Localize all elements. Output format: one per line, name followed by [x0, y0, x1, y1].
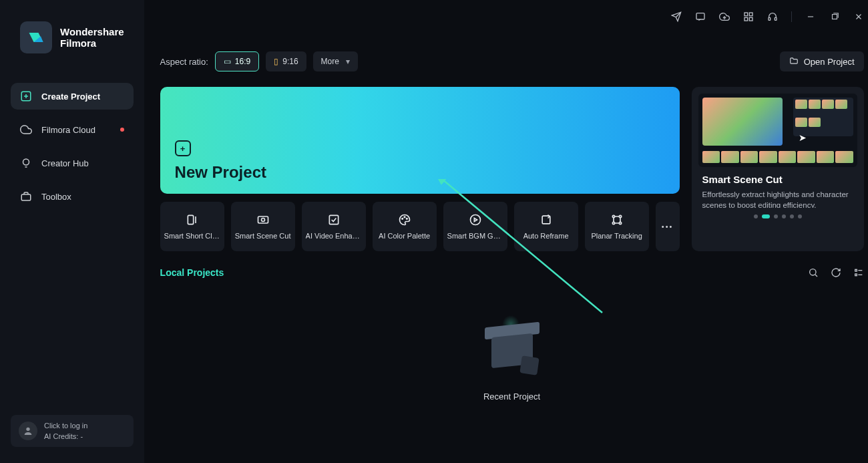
feature-tiles: Smart Short Cli… Smart Scene Cut AI Vide… — [160, 202, 680, 251]
plus-square-icon — [20, 90, 32, 102]
svg-rect-14 — [749, 17, 752, 21]
maximize-icon[interactable] — [829, 11, 840, 22]
notification-dot-icon — [120, 128, 124, 132]
list-view-icon[interactable] — [853, 267, 864, 278]
tile-planar-tracking[interactable]: Planar Tracking — [585, 202, 649, 251]
login-prompt: Click to log in — [44, 422, 87, 430]
tile-smart-short-clip[interactable]: Smart Short Cli… — [160, 202, 224, 251]
svg-rect-21 — [188, 215, 193, 224]
svg-point-31 — [619, 215, 621, 217]
feature-panel[interactable]: New ➤ Smart Scene Cut Effortlessly extra… — [692, 87, 864, 251]
app-logo-block: Wondershare Filmora — [0, 0, 144, 71]
tile-more[interactable]: ••• — [656, 202, 680, 251]
svg-line-35 — [815, 275, 817, 277]
svg-rect-24 — [329, 215, 338, 224]
toolbox-icon — [20, 190, 32, 202]
svg-point-25 — [401, 218, 403, 220]
svg-rect-36 — [855, 269, 857, 271]
aspect-9-16-button[interactable]: ▯ 9:16 — [266, 51, 306, 71]
login-card[interactable]: Click to log in AI Credits: - — [11, 415, 134, 447]
landscape-icon: ▭ — [224, 57, 231, 66]
svg-point-28 — [470, 215, 480, 225]
aspect-more-button[interactable]: More ▾ — [313, 51, 358, 71]
search-icon[interactable] — [808, 267, 819, 278]
headset-icon[interactable] — [767, 11, 778, 22]
tile-smart-scene-cut[interactable]: Smart Scene Cut — [231, 202, 295, 251]
tile-smart-bgm[interactable]: Smart BGM Ge… — [443, 202, 507, 251]
feature-pager[interactable] — [698, 214, 857, 218]
projects-header: Local Projects — [160, 267, 864, 278]
titlebar — [160, 0, 864, 27]
sidebar: Wondershare Filmora Create Project Filmo… — [0, 0, 144, 463]
recent-project-label: Recent Project — [483, 392, 540, 402]
main-area: Aspect ratio: ▭ 16:9 ▯ 9:16 More ▾ Open … — [144, 0, 868, 463]
svg-point-33 — [619, 222, 621, 224]
sidebar-item-creator-hub[interactable]: Creator Hub — [11, 150, 134, 176]
svg-rect-18 — [832, 15, 837, 19]
empty-box-icon — [482, 318, 542, 378]
sidebar-item-toolbox[interactable]: Toolbox — [11, 183, 134, 210]
sidebar-item-create-project[interactable]: Create Project — [11, 83, 134, 110]
open-project-button[interactable]: Open Project — [780, 51, 864, 71]
send-icon[interactable] — [671, 11, 682, 22]
aspect-16-9-button[interactable]: ▭ 16:9 — [215, 51, 259, 71]
bulb-icon — [20, 157, 32, 169]
local-projects-tab[interactable]: Local Projects — [160, 267, 224, 278]
bgm-icon — [469, 213, 482, 226]
minimize-icon[interactable] — [805, 11, 816, 22]
folder-icon — [789, 56, 799, 67]
svg-rect-22 — [258, 216, 268, 223]
cloud-icon — [20, 124, 32, 136]
cursor-icon: ➤ — [799, 132, 807, 143]
svg-rect-9 — [696, 13, 704, 19]
clip-icon — [186, 213, 199, 226]
plus-badge-icon: + — [175, 140, 191, 156]
sidebar-item-label: Creator Hub — [41, 158, 89, 168]
tile-ai-video-enhance[interactable]: AI Video Enhan… — [302, 202, 366, 251]
ai-credits-label: AI Credits: - — [44, 432, 87, 440]
reframe-icon — [539, 213, 553, 226]
app-name-line1: Wondershare — [60, 26, 124, 37]
feature-title: Smart Scene Cut — [698, 174, 857, 185]
svg-rect-15 — [769, 17, 771, 20]
toolbar: Aspect ratio: ▭ 16:9 ▯ 9:16 More ▾ Open … — [160, 45, 864, 78]
close-icon[interactable] — [853, 11, 864, 22]
more-dots-icon: ••• — [662, 222, 674, 230]
tile-auto-reframe[interactable]: Auto Reframe — [514, 202, 578, 251]
sidebar-item-label: Filmora Cloud — [41, 125, 95, 135]
sidebar-item-label: Toolbox — [41, 192, 71, 202]
palette-icon — [398, 213, 411, 226]
svg-point-34 — [809, 269, 815, 275]
new-project-banner[interactable]: + New Project — [160, 87, 680, 194]
svg-point-8 — [26, 428, 29, 431]
svg-point-5 — [23, 159, 29, 165]
titlebar-separator — [791, 11, 792, 22]
chevron-down-icon: ▾ — [346, 57, 350, 66]
app-logo-text: Wondershare Filmora — [60, 26, 124, 49]
aspect-ratio-label: Aspect ratio: — [160, 57, 208, 67]
projects-empty-state: Recent Project — [160, 318, 864, 402]
apps-grid-icon[interactable] — [743, 11, 754, 22]
tracking-icon — [610, 213, 624, 226]
feature-description: Effortlessly extract highlights and char… — [698, 185, 857, 208]
message-icon[interactable] — [695, 11, 706, 22]
svg-rect-37 — [855, 274, 857, 276]
svg-point-26 — [404, 216, 405, 218]
sidebar-item-label: Create Project — [41, 92, 100, 102]
tile-ai-color-palette[interactable]: AI Color Palette — [373, 202, 437, 251]
svg-point-27 — [406, 218, 407, 220]
svg-rect-7 — [21, 194, 31, 200]
app-name-line2: Filmora — [60, 37, 124, 49]
sidebar-item-filmora-cloud[interactable]: Filmora Cloud — [11, 116, 134, 143]
portrait-icon: ▯ — [274, 57, 278, 66]
sidebar-nav: Create Project Filmora Cloud Creator Hub… — [0, 71, 144, 210]
refresh-icon[interactable] — [831, 267, 841, 278]
svg-point-32 — [612, 222, 614, 224]
svg-rect-13 — [744, 17, 748, 21]
svg-rect-12 — [749, 13, 752, 16]
app-logo-icon — [20, 21, 52, 53]
svg-rect-16 — [775, 17, 777, 20]
cloud-upload-icon[interactable] — [719, 11, 730, 22]
enhance-icon — [327, 213, 341, 226]
new-project-title: New Project — [175, 163, 665, 182]
